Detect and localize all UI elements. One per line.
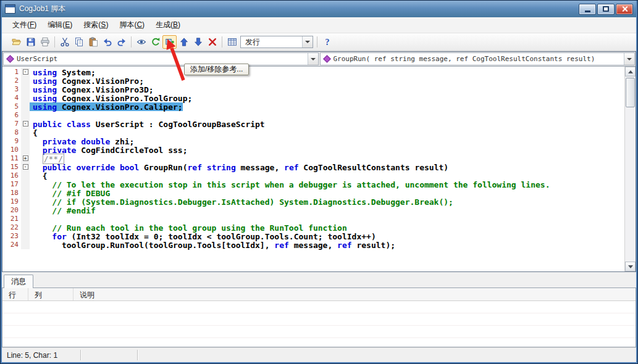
code-line-5: 5using Cognex.VisionPro.Caliper; xyxy=(2,102,624,111)
messages-column-0: 行 xyxy=(2,288,28,300)
paste-button[interactable] xyxy=(86,35,100,49)
code-line-24: 24 toolGroup.RunTool(toolGroup.Tools[too… xyxy=(2,241,624,249)
code-text: // To let the execution stop in this scr… xyxy=(30,180,550,189)
refresh-button[interactable] xyxy=(148,35,162,49)
fold-collapse-icon[interactable]: - xyxy=(23,164,28,170)
code-line-22: 22 // Run each tool in the tool group us… xyxy=(2,223,624,232)
titlebar: CogJob1 脚本 xyxy=(2,1,636,17)
vertical-scrollbar[interactable] xyxy=(624,67,636,271)
save-icon xyxy=(26,37,36,47)
fold-margin xyxy=(21,241,30,249)
fold-margin xyxy=(21,172,30,180)
fold-margin xyxy=(21,94,30,102)
editor-frame: UserScript GroupRun( ref string message,… xyxy=(2,51,636,272)
navigator-bar: UserScript GroupRun( ref string message,… xyxy=(2,52,636,67)
line-number: 2 xyxy=(2,77,21,85)
menubar: 文件(F)编辑(E)搜索(S)脚本(C)生成(B) xyxy=(2,17,636,33)
help-icon: ? xyxy=(322,37,332,47)
maximize-button[interactable] xyxy=(597,4,615,15)
fold-margin xyxy=(21,189,30,197)
chevron-down-icon[interactable] xyxy=(308,53,318,65)
redo-button[interactable] xyxy=(114,35,128,49)
chevron-down-icon[interactable] xyxy=(624,53,634,65)
line-number: 11 xyxy=(2,154,21,163)
help-button[interactable]: ? xyxy=(320,35,334,49)
member-value: GroupRun( ref string message, ref CogToo… xyxy=(334,55,595,63)
minimize-icon xyxy=(585,10,590,12)
code-text: for (Int32 toolIdx = 0; toolIdx < toolGr… xyxy=(30,232,376,241)
toolbar-separator xyxy=(54,36,55,48)
scroll-down-button[interactable] xyxy=(625,262,636,271)
open-icon xyxy=(12,37,22,47)
fold-margin xyxy=(21,180,30,189)
fold-expand-icon[interactable]: + xyxy=(23,155,28,161)
code-line-1: 1-using System; xyxy=(2,68,624,77)
code-line-20: 20 // #endif xyxy=(2,206,624,215)
line-number: 10 xyxy=(2,146,21,154)
code-line-3: 3using Cognex.VisionPro3D; xyxy=(2,85,624,94)
move-down-button[interactable] xyxy=(191,35,205,49)
add-remove-references-button[interactable] xyxy=(162,35,177,49)
cursor-position: Line: 5, Char: 1 xyxy=(2,350,81,360)
toolbar-separator xyxy=(222,36,222,48)
print-button[interactable] xyxy=(38,35,52,49)
menu-search[interactable]: 搜索(S) xyxy=(78,17,114,33)
cut-button[interactable] xyxy=(57,35,72,49)
delete-button[interactable] xyxy=(205,35,219,49)
down-icon xyxy=(193,37,203,47)
print-icon xyxy=(40,37,50,47)
code-line-16: 16 { xyxy=(2,172,624,180)
move-up-button[interactable] xyxy=(177,35,191,49)
messages-grid: 行列说明 xyxy=(2,287,636,347)
view-button[interactable] xyxy=(134,35,148,49)
refresh-icon xyxy=(151,37,161,47)
line-number: 19 xyxy=(2,197,21,206)
close-icon xyxy=(621,6,628,12)
close-button[interactable] xyxy=(616,4,633,15)
maximize-icon xyxy=(603,6,609,12)
code-line-4: 4using Cognex.VisionPro.ToolGroup; xyxy=(2,94,624,102)
line-number: 16 xyxy=(2,172,21,180)
message-row xyxy=(2,313,636,326)
code-lines[interactable]: 1-using System;2using Cognex.VisionPro;3… xyxy=(2,67,624,271)
code-line-8: 8{ xyxy=(2,128,624,137)
code-line-21: 21 xyxy=(2,215,624,223)
fold-collapse-icon[interactable]: - xyxy=(23,121,28,126)
messages-body xyxy=(2,301,636,347)
menu-file[interactable]: 文件(F) xyxy=(7,17,42,33)
member-dropdown[interactable]: GroupRun( ref string message, ref CogToo… xyxy=(320,52,636,65)
scope-dropdown[interactable]: UserScript xyxy=(3,52,319,65)
fold-collapse-icon[interactable]: - xyxy=(23,69,28,75)
undo-button[interactable] xyxy=(100,35,114,49)
open-button[interactable] xyxy=(9,35,23,49)
chevron-down-icon[interactable] xyxy=(302,36,313,48)
minimize-button[interactable] xyxy=(579,4,596,15)
menu-build[interactable]: 生成(B) xyxy=(150,17,186,33)
messages-panel: 消息 行列说明 xyxy=(2,272,636,347)
code-line-19: 19 // if (System.Diagnostics.Debugger.Is… xyxy=(2,197,624,206)
app-icon xyxy=(5,4,15,14)
window-content: 文件(F)编辑(E)搜索(S)脚本(C)生成(B) 发行? UserScript… xyxy=(2,17,636,362)
scrollbar-thumb[interactable] xyxy=(626,78,635,107)
code-editor[interactable]: 1-using System;2using Cognex.VisionPro;3… xyxy=(2,67,636,271)
line-number: 3 xyxy=(2,85,21,94)
scroll-up-button[interactable] xyxy=(625,67,636,77)
class-icon xyxy=(6,55,14,63)
fold-margin xyxy=(21,102,30,111)
build-grid-button[interactable] xyxy=(225,35,239,49)
line-number: 23 xyxy=(2,232,21,241)
code-text: public class UserScript : CogToolGroupBa… xyxy=(30,120,265,128)
copy-button[interactable] xyxy=(72,35,86,49)
menu-edit[interactable]: 编辑(E) xyxy=(42,17,78,33)
code-text: using Cognex.VisionPro; xyxy=(30,77,144,85)
tab-messages[interactable]: 消息 xyxy=(4,275,33,288)
line-number: 22 xyxy=(2,223,21,232)
code-text xyxy=(30,215,33,223)
save-button[interactable] xyxy=(23,35,38,49)
publish-dropdown[interactable]: 发行 xyxy=(240,36,313,48)
app-window: CogJob1 脚本 文件(F)编辑(E)搜索(S)脚本(C)生成(B) 发行?… xyxy=(0,0,638,364)
code-text: // #if DEBUG xyxy=(30,189,110,197)
fold-margin xyxy=(21,137,30,146)
menu-script[interactable]: 脚本(C) xyxy=(114,17,150,33)
code-line-23: 23 for (Int32 toolIdx = 0; toolIdx < too… xyxy=(2,232,624,241)
